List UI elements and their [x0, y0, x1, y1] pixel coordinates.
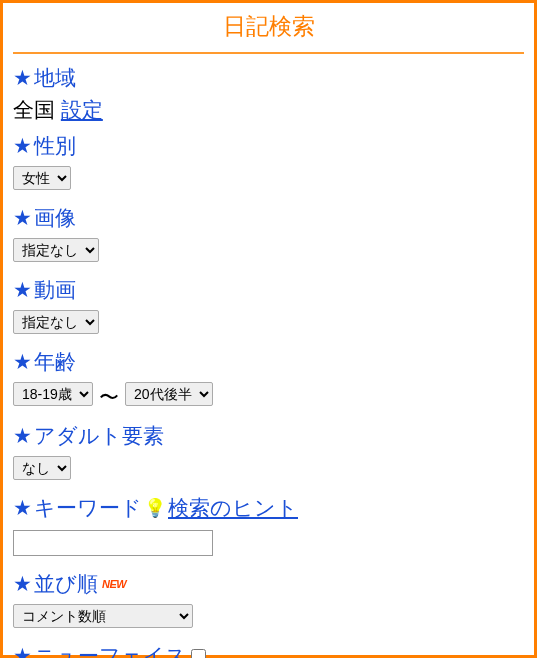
new-badge: NEW [102, 578, 126, 590]
adult-label: ★アダルト要素 [13, 422, 524, 450]
region-settings-link[interactable]: 設定 [61, 98, 103, 121]
sort-select[interactable]: コメント数順 [13, 604, 193, 628]
newface-label-text: ニューフェイス [34, 642, 187, 658]
image-select[interactable]: 指定なし [13, 238, 99, 262]
star-icon: ★ [13, 278, 32, 302]
newface-checkbox[interactable] [191, 649, 206, 659]
gender-label: ★性別 [13, 132, 524, 160]
search-panel: 日記検索 ★地域 全国 設定 ★性別 女性 ★画像 指定なし ★動画 指定なし … [0, 0, 537, 658]
region-value-row: 全国 設定 [13, 96, 524, 124]
keyword-label: ★キーワード 💡 検索のヒント [13, 494, 524, 522]
adult-select[interactable]: なし [13, 456, 71, 480]
image-label-text: 画像 [34, 204, 76, 232]
lightbulb-icon: 💡 [144, 499, 166, 517]
star-icon: ★ [13, 66, 32, 90]
keyword-input[interactable] [13, 530, 213, 556]
region-value: 全国 [13, 98, 55, 121]
age-label-text: 年齢 [34, 348, 76, 376]
video-select[interactable]: 指定なし [13, 310, 99, 334]
keyword-label-text: キーワード [34, 494, 142, 522]
age-from-select[interactable]: 18-19歳 [13, 382, 93, 406]
star-icon: ★ [13, 496, 32, 520]
sort-label-text: 並び順 [34, 570, 98, 598]
age-label: ★年齢 [13, 348, 524, 376]
gender-label-text: 性別 [34, 132, 76, 160]
divider [13, 52, 524, 54]
star-icon: ★ [13, 424, 32, 448]
region-label-text: 地域 [34, 64, 76, 92]
video-label: ★動画 [13, 276, 524, 304]
video-label-text: 動画 [34, 276, 76, 304]
star-icon: ★ [13, 572, 32, 596]
sort-label: ★並び順NEW [13, 570, 524, 598]
page-title: 日記検索 [13, 11, 524, 52]
gender-select[interactable]: 女性 [13, 166, 71, 190]
star-icon: ★ [13, 206, 32, 230]
keyword-hint-link[interactable]: 検索のヒント [168, 494, 298, 522]
star-icon: ★ [13, 134, 32, 158]
newface-label: ★ニューフェイス [13, 642, 524, 658]
age-separator: 〜 [99, 384, 119, 411]
age-to-select[interactable]: 20代後半 [125, 382, 213, 406]
region-label: ★地域 [13, 64, 524, 92]
star-icon: ★ [13, 350, 32, 374]
image-label: ★画像 [13, 204, 524, 232]
adult-label-text: アダルト要素 [34, 422, 164, 450]
star-icon: ★ [13, 644, 32, 658]
age-range-row: 18-19歳 〜 20代後半 [13, 380, 524, 414]
